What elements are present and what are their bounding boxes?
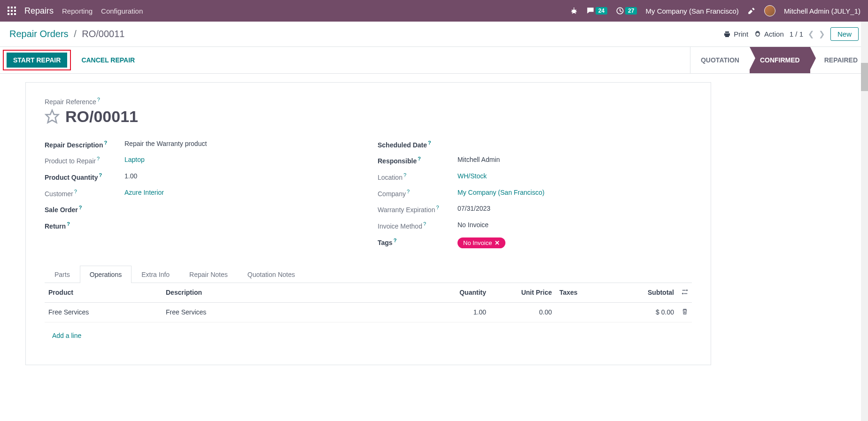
col-unit-price: Unit Price bbox=[490, 283, 556, 303]
customer-label: Customer? bbox=[45, 189, 124, 198]
help-icon[interactable]: ? bbox=[97, 97, 100, 102]
column-options-icon[interactable] bbox=[682, 289, 688, 297]
cancel-repair-button[interactable]: CANCEL REPAIR bbox=[77, 53, 140, 68]
highlight-annotation: START REPAIR bbox=[3, 50, 71, 70]
new-button[interactable]: New bbox=[830, 27, 859, 41]
tags-label: Tags? bbox=[378, 237, 457, 246]
messages-badge: 24 bbox=[596, 7, 607, 15]
product-quantity-value[interactable]: 1.00 bbox=[124, 172, 137, 180]
activities-icon[interactable]: 27 bbox=[616, 7, 637, 15]
tab-parts[interactable]: Parts bbox=[45, 266, 80, 283]
tab-extra-info[interactable]: Extra Info bbox=[132, 266, 179, 283]
module-title[interactable]: Repairs bbox=[24, 6, 54, 16]
tag-no-invoice[interactable]: No Invoice ✕ bbox=[457, 237, 505, 248]
responsible-value[interactable]: Mitchell Admin bbox=[457, 156, 500, 163]
start-repair-button[interactable]: START REPAIR bbox=[7, 53, 67, 68]
control-bar: Repair Orders / RO/00011 Print Action 1 … bbox=[0, 22, 868, 47]
breadcrumb-current: RO/00011 bbox=[82, 29, 124, 39]
user-menu[interactable]: Mitchell Admin (JULY_1) bbox=[784, 7, 860, 15]
apps-icon[interactable] bbox=[8, 7, 16, 15]
col-quantity: Quantity bbox=[424, 283, 490, 303]
location-value[interactable]: WH/Stock bbox=[457, 172, 487, 180]
responsible-label: Responsible? bbox=[378, 156, 457, 165]
nav-configuration[interactable]: Configuration bbox=[101, 7, 143, 15]
record-title: RO/00011 bbox=[65, 107, 138, 126]
cell-quantity[interactable]: 1.00 bbox=[424, 302, 490, 322]
top-navbar: Repairs Reporting Configuration 24 27 My… bbox=[0, 0, 868, 22]
location-label: Location? bbox=[378, 172, 457, 181]
tab-operations[interactable]: Operations bbox=[80, 266, 132, 283]
repair-description-label: Repair Description? bbox=[45, 140, 124, 149]
action-label: Action bbox=[764, 30, 784, 38]
status-confirmed[interactable]: CONFIRMED bbox=[750, 47, 810, 73]
avatar[interactable] bbox=[764, 5, 775, 16]
company-value[interactable]: My Company (San Francisco) bbox=[457, 189, 544, 196]
cell-unit-price[interactable]: 0.00 bbox=[490, 302, 556, 322]
table-row[interactable]: Free Services Free Services 1.00 0.00 $ … bbox=[45, 302, 692, 322]
warranty-expiration-label: Warranty Expiration? bbox=[378, 205, 457, 214]
print-button[interactable]: Print bbox=[723, 30, 748, 38]
repair-description-value[interactable]: Repair the Warranty product bbox=[124, 140, 207, 147]
cell-subtotal: $ 0.00 bbox=[612, 302, 678, 322]
warranty-expiration-value[interactable]: 07/31/2023 bbox=[457, 205, 490, 212]
tools-icon[interactable] bbox=[747, 7, 756, 15]
repair-reference-label: Repair Reference bbox=[45, 98, 96, 106]
status-quotation[interactable]: QUOTATION bbox=[690, 47, 750, 73]
svg-rect-5 bbox=[684, 293, 687, 294]
breadcrumb: Repair Orders / RO/00011 bbox=[9, 29, 124, 39]
action-bar: START REPAIR CANCEL REPAIR QUOTATION CON… bbox=[0, 47, 868, 74]
company-label: Company? bbox=[378, 189, 457, 198]
tab-repair-notes[interactable]: Repair Notes bbox=[179, 266, 238, 283]
pager-prev[interactable]: ❮ bbox=[808, 30, 814, 38]
vertical-scrollbar[interactable] bbox=[861, 22, 868, 384]
invoice-method-value[interactable]: No Invoice bbox=[457, 221, 488, 229]
star-icon[interactable] bbox=[45, 109, 60, 124]
svg-point-6 bbox=[682, 292, 684, 294]
tag-text: No Invoice bbox=[463, 239, 492, 246]
product-to-repair-value[interactable]: Laptop bbox=[124, 156, 145, 163]
cell-description[interactable]: Free Services bbox=[162, 302, 424, 322]
col-subtotal: Subtotal bbox=[612, 283, 678, 303]
svg-rect-3 bbox=[682, 290, 686, 291]
invoice-method-label: Invoice Method? bbox=[378, 221, 457, 230]
col-product: Product bbox=[45, 283, 162, 303]
pager-text: 1 / 1 bbox=[790, 30, 803, 38]
col-description: Description bbox=[162, 283, 424, 303]
operations-table: Product Description Quantity Unit Price … bbox=[45, 283, 692, 351]
status-bar: QUOTATION CONFIRMED REPAIRED bbox=[690, 47, 868, 73]
customer-value[interactable]: Azure Interior bbox=[124, 189, 164, 196]
print-label: Print bbox=[734, 30, 748, 38]
product-quantity-label: Product Quantity? bbox=[45, 172, 124, 181]
bug-icon[interactable] bbox=[570, 7, 578, 15]
tag-remove-icon[interactable]: ✕ bbox=[495, 239, 500, 246]
cell-product[interactable]: Free Services bbox=[45, 302, 162, 322]
nav-reporting[interactable]: Reporting bbox=[62, 7, 93, 15]
svg-marker-2 bbox=[46, 110, 59, 123]
trash-icon[interactable] bbox=[682, 309, 688, 316]
tab-quotation-notes[interactable]: Quotation Notes bbox=[238, 266, 305, 283]
product-to-repair-label: Product to Repair? bbox=[45, 156, 124, 165]
company-selector[interactable]: My Company (San Francisco) bbox=[645, 7, 738, 15]
tabs: Parts Operations Extra Info Repair Notes… bbox=[45, 265, 692, 283]
pager: 1 / 1 ❮ ❯ bbox=[790, 30, 825, 38]
form-sheet: Repair Reference? RO/00011 Repair Descri… bbox=[25, 82, 711, 365]
scheduled-date-label: Scheduled Date? bbox=[378, 140, 457, 149]
status-repaired[interactable]: REPAIRED bbox=[810, 47, 868, 73]
breadcrumb-parent[interactable]: Repair Orders bbox=[9, 29, 69, 39]
col-taxes: Taxes bbox=[556, 283, 612, 303]
action-button[interactable]: Action bbox=[754, 30, 784, 38]
svg-point-4 bbox=[686, 289, 688, 291]
sale-order-label: Sale Order? bbox=[45, 205, 124, 214]
return-label: Return? bbox=[45, 221, 124, 230]
pager-next[interactable]: ❯ bbox=[819, 30, 825, 38]
add-line-button[interactable]: Add a line bbox=[48, 326, 85, 345]
cell-taxes[interactable] bbox=[556, 302, 612, 322]
activities-badge: 27 bbox=[625, 7, 637, 15]
messages-icon[interactable]: 24 bbox=[586, 7, 607, 15]
